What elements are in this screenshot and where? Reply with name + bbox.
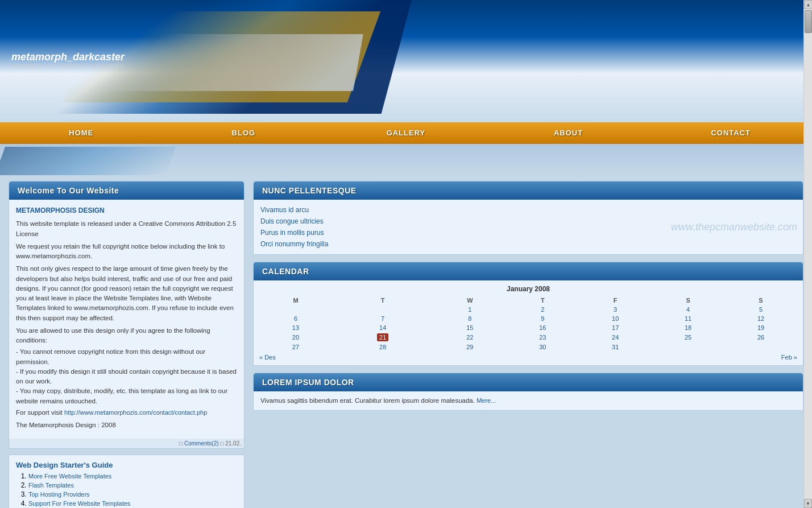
right-column: NUNC PELLENTESQUE Vivamus id arcu Duis c… (253, 181, 803, 508)
cal-day-19[interactable]: 19 (757, 324, 764, 331)
welcome-text1: This website template is released under … (16, 219, 237, 239)
cal-day-7[interactable]: 7 (381, 315, 384, 322)
welcome-text4: You are allowed to use this design only … (16, 326, 237, 346)
site-logo: metamorph_darkcaster DESIGN BY METAMORPH… (11, 51, 125, 69)
cal-day-29[interactable]: 29 (466, 344, 473, 350)
nunc-link-1[interactable]: Vivamus id arcu (260, 204, 796, 216)
scrollbar[interactable]: ▲ ▼ (803, 0, 812, 508)
cal-day-13[interactable]: 13 (292, 324, 299, 331)
site-header: metamorph_darkcaster DESIGN BY METAMORPH… (0, 0, 812, 122)
nunc-header: NUNC PELLENTESQUE (254, 181, 803, 200)
cal-today: 21 (377, 333, 388, 341)
site-subtitle: DESIGN BY METAMORPHOSIS DESIGN (11, 63, 125, 69)
main-content: Welcome To Our Website METAMORPHOSIS DES… (0, 175, 812, 508)
cal-day-23[interactable]: 23 (539, 334, 546, 341)
cal-header-t2: T (506, 296, 579, 305)
welcome-support: For support visit http://www.metamorphoz… (16, 408, 237, 418)
cal-row-3: 13 14 15 16 17 18 19 (259, 323, 797, 332)
cal-day-6[interactable]: 6 (294, 315, 297, 322)
cal-header-t1: T (332, 296, 433, 305)
starter-item-4[interactable]: Support For Free Website Templates (28, 500, 130, 507)
cal-day-11[interactable]: 11 (685, 315, 691, 322)
cal-row-2: 6 7 8 9 10 11 12 (259, 314, 797, 323)
cal-day-4[interactable]: 4 (686, 306, 690, 313)
calendar-table: M T W T F S S 1 (259, 296, 797, 352)
cal-header-f: F (579, 296, 652, 305)
starter-item-3[interactable]: Top Hosting Providers (28, 491, 90, 498)
starter-item-1[interactable]: More Free Website Templates (28, 473, 111, 480)
lorem-more-link[interactable]: Mere... (477, 397, 496, 404)
cal-day-17[interactable]: 17 (612, 324, 619, 331)
metamorphosis-link[interactable]: METAMORPHOSIS DESIGN (16, 206, 105, 214)
nunc-link-4[interactable]: Orci nonummy fringilla (260, 238, 796, 250)
cal-day-5[interactable]: 5 (759, 306, 763, 313)
lorem-box: LOREM IPSUM DOLOR Vivamus sagittis biben… (253, 373, 803, 411)
starter-item-2[interactable]: Flash Templates (28, 482, 74, 489)
cal-day-20[interactable]: 20 (292, 334, 299, 341)
cal-day-8[interactable]: 8 (468, 315, 471, 322)
support-link[interactable]: http://www.metamorphozis.com/contact/con… (64, 409, 207, 416)
cal-row-4: 20 21 22 23 24 25 26 (259, 332, 797, 342)
welcome-footer: The Metamorphosis Design : 2008 (16, 420, 237, 430)
calendar-box: CALENDAR January 2008 M T W T F S S (253, 262, 803, 366)
welcome-text3: This not only gives respect to the large… (16, 264, 237, 323)
cal-day-10[interactable]: 10 (612, 315, 619, 322)
calendar-nav: « Des Feb » (259, 352, 797, 361)
cal-header-m: M (259, 296, 332, 305)
nunc-body: Vivamus id arcu Duis congue ultricies Pu… (254, 200, 803, 254)
nav-gallery[interactable]: GALLERY (325, 122, 487, 144)
cal-row-1: 1 2 3 4 5 (259, 305, 797, 314)
calendar-header: CALENDAR (254, 262, 803, 280)
cal-day-24[interactable]: 24 (612, 334, 619, 341)
cal-day-28[interactable]: 28 (379, 344, 386, 350)
cal-day-16[interactable]: 16 (539, 324, 546, 331)
cal-row-5: 27 28 29 30 31 (259, 342, 797, 352)
cal-prev-link[interactable]: « Des (259, 354, 276, 361)
nav-about[interactable]: ABOUT (487, 122, 650, 144)
lorem-text: Vivamus sagittis bibendum erat. Curabitu… (260, 397, 475, 404)
cal-day-14[interactable]: 14 (379, 324, 386, 331)
site-title: metamorph_darkcaster (11, 51, 125, 63)
calendar-month-year: January 2008 (259, 285, 797, 293)
cal-day-27[interactable]: 27 (292, 344, 299, 350)
cal-day-9[interactable]: 9 (541, 315, 544, 322)
nav-contact[interactable]: CONTACT (649, 122, 812, 144)
cal-day-30[interactable]: 30 (539, 344, 546, 350)
scroll-thumb[interactable] (805, 10, 812, 33)
starter-guide-list: More Free Website Templates Flash Templa… (16, 472, 237, 507)
welcome-body: METAMORPHOSIS DESIGN This website templa… (9, 200, 244, 439)
nav-blog[interactable]: BLOG (163, 122, 325, 144)
cal-header-s2: S (724, 296, 797, 305)
welcome-comments: □ Comments(2) □ 21.02. (9, 439, 244, 448)
welcome-comments-link[interactable]: Comments(2) (184, 440, 219, 447)
welcome-text2: We request you retain the full copyright… (16, 242, 237, 262)
cal-day-2[interactable]: 2 (541, 306, 544, 313)
nav-home[interactable]: HOME (0, 122, 163, 144)
welcome-box: Welcome To Our Website METAMORPHOSIS DES… (9, 181, 245, 449)
starter-guide-box: Web Design Starter's Guide More Free Web… (9, 455, 245, 508)
lorem-body: Vivamus sagittis bibendum erat. Curabitu… (254, 391, 803, 410)
cal-day-1[interactable]: 1 (468, 306, 471, 313)
navbar: HOME BLOG GALLERY ABOUT CONTACT (0, 122, 812, 144)
nunc-link-3[interactable]: Purus in mollis purus (260, 227, 796, 238)
cal-day-31[interactable]: 31 (612, 344, 619, 350)
cal-day-3[interactable]: 3 (614, 306, 617, 313)
sub-header-decoration (0, 144, 812, 175)
cal-day-25[interactable]: 25 (685, 334, 691, 341)
cal-header-w: W (433, 296, 506, 305)
cal-day-26[interactable]: 26 (757, 334, 764, 341)
scroll-down-button[interactable]: ▼ (804, 499, 812, 508)
lorem-header: LOREM IPSUM DOLOR (254, 373, 803, 391)
welcome-conditions: - You cannot remove copyright notice fro… (16, 347, 237, 406)
cal-day-15[interactable]: 15 (466, 324, 473, 331)
cal-day-18[interactable]: 18 (685, 324, 691, 331)
nunc-link-2[interactable]: Duis congue ultricies (260, 216, 796, 227)
cal-day-22[interactable]: 22 (466, 334, 473, 341)
cal-day-12[interactable]: 12 (757, 315, 764, 322)
cal-next-link[interactable]: Feb » (781, 354, 797, 361)
scroll-up-button[interactable]: ▲ (804, 0, 812, 9)
calendar-body: January 2008 M T W T F S S (254, 280, 803, 365)
starter-guide-title[interactable]: Web Design Starter's Guide (16, 456, 113, 472)
cal-header-s1: S (652, 296, 724, 305)
welcome-header: Welcome To Our Website (9, 181, 244, 200)
